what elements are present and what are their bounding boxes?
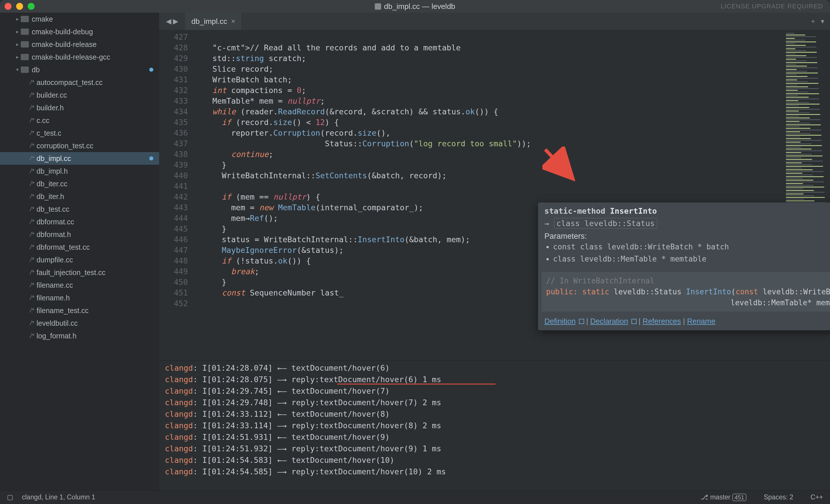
- file-filename.h[interactable]: /*filename.h: [0, 292, 159, 304]
- file-leveldbutil.cc[interactable]: /*leveldbutil.cc: [0, 317, 159, 330]
- status-outline-icon[interactable]: ▢: [7, 493, 13, 501]
- file-dbformat.h[interactable]: /*dbformat.h: [0, 228, 159, 241]
- file-db_iter.cc[interactable]: /*db_iter.cc: [0, 177, 159, 190]
- tab-menu-icon[interactable]: ▾: [821, 17, 824, 25]
- nav-back-icon[interactable]: ◀: [166, 17, 171, 25]
- minimap-line: [786, 192, 825, 193]
- line-number: 429: [159, 53, 188, 64]
- branch-count: 451: [732, 494, 746, 501]
- close-icon[interactable]: [5, 3, 11, 10]
- folder-cmake-build-release-gcc[interactable]: ▸cmake-build-release-gcc: [0, 51, 159, 63]
- file-label: dbformat.h: [37, 230, 71, 239]
- minimize-icon[interactable]: [16, 3, 23, 10]
- hover-signature: // In WriteBatchInternal public: static …: [542, 272, 830, 312]
- minimap-line: [786, 164, 812, 165]
- file-db_iter.h[interactable]: /*db_iter.h: [0, 190, 159, 203]
- minimap-line: [786, 126, 800, 127]
- folder-db[interactable]: ▾db: [0, 63, 159, 76]
- minimap-line: [786, 147, 801, 148]
- status-language[interactable]: C++: [811, 493, 823, 501]
- editor[interactable]: 4274284294304314324334344354364374384394…: [159, 30, 830, 360]
- external-link-icon: [579, 319, 584, 324]
- folder-icon: [21, 16, 29, 22]
- minimap-line: [786, 169, 813, 170]
- console-panel[interactable]: clangd: I[01:24:28.074] ←— textDocument/…: [159, 360, 830, 490]
- code-line[interactable]: std::string scratch;: [194, 53, 784, 64]
- file-db_test.cc[interactable]: /*db_test.cc: [0, 203, 159, 215]
- line-number: 434: [159, 106, 188, 117]
- file-icon: [375, 3, 381, 9]
- minimap-line: [786, 131, 800, 132]
- code-line[interactable]: continue;: [194, 149, 784, 160]
- nav-forward-icon[interactable]: ▶: [173, 17, 178, 25]
- minimap-line: [786, 142, 801, 142]
- license-warning[interactable]: LICENSE UPGRADE REQUIRED: [721, 3, 823, 10]
- file-corruption_test.cc[interactable]: /*corruption_test.cc: [0, 139, 159, 152]
- hover-param: class leveldb::MemTable * memtable: [553, 253, 830, 265]
- file-c_test.c[interactable]: /*c_test.c: [0, 127, 159, 139]
- file-fault_injection_test.cc[interactable]: /*fault_injection_test.cc: [0, 266, 159, 279]
- minimap-line: [786, 73, 818, 73]
- code-line[interactable]: if (record.size() < 12) {: [194, 117, 784, 128]
- close-tab-icon[interactable]: ×: [231, 17, 235, 25]
- minimap-line: [786, 133, 811, 134]
- line-number: 436: [159, 128, 188, 138]
- file-type-icon: /*: [30, 129, 34, 137]
- file-c.cc[interactable]: /*c.cc: [0, 114, 159, 127]
- hover-link-rename[interactable]: Rename: [687, 317, 715, 326]
- line-number: 450: [159, 277, 188, 288]
- code-line[interactable]: if (mem == nullptr) {: [194, 192, 784, 202]
- code-line[interactable]: while (reader.ReadRecord(&record, &scrat…: [194, 106, 784, 117]
- code-line[interactable]: "c-cmt">// Read all the records and add …: [194, 42, 784, 53]
- code-line[interactable]: int compactions = 0;: [194, 85, 784, 96]
- file-autocompact_test.cc[interactable]: /*autocompact_test.cc: [0, 76, 159, 89]
- sidebar[interactable]: ▸cmake▸cmake-build-debug▸cmake-build-rel…: [0, 13, 159, 490]
- file-filename.cc[interactable]: /*filename.cc: [0, 279, 159, 292]
- code-line[interactable]: reporter.Corruption(record.size(),: [194, 128, 784, 138]
- minimap-line: [786, 161, 823, 162]
- line-number: 437: [159, 138, 188, 149]
- file-db_impl.cc[interactable]: /*db_impl.cc: [0, 152, 159, 165]
- code-line[interactable]: Slice record;: [194, 64, 784, 74]
- hover-link-declaration[interactable]: Declaration: [590, 317, 628, 326]
- folder-cmake-build-debug[interactable]: ▸cmake-build-debug: [0, 25, 159, 38]
- line-number: 452: [159, 298, 188, 309]
- code-line[interactable]: WriteBatchInternal::SetContents(&batch, …: [194, 170, 784, 181]
- tab-db-impl[interactable]: db_impl.cc ×: [185, 13, 242, 30]
- file-dbformat_test.cc[interactable]: /*dbformat_test.cc: [0, 241, 159, 254]
- file-type-icon: /*: [30, 91, 34, 99]
- file-dumpfile.cc[interactable]: /*dumpfile.cc: [0, 254, 159, 266]
- minimap-line: [786, 104, 820, 105]
- file-filename_test.cc[interactable]: /*filename_test.cc: [0, 304, 159, 317]
- file-type-icon: /*: [30, 116, 34, 124]
- folder-cmake-build-release[interactable]: ▸cmake-build-release: [0, 38, 159, 51]
- code-line[interactable]: [194, 32, 784, 42]
- line-number: 438: [159, 149, 188, 160]
- code-line[interactable]: [194, 181, 784, 192]
- minimap-line: [786, 95, 798, 96]
- new-tab-icon[interactable]: +: [811, 17, 815, 25]
- hover-symbol-name: InsertInto: [610, 206, 657, 215]
- status-indent[interactable]: Spaces: 2: [764, 493, 793, 501]
- file-log_format.h[interactable]: /*log_format.h: [0, 330, 159, 342]
- code-line[interactable]: Status::Corruption("log record too small…: [194, 138, 784, 149]
- file-type-icon: /*: [30, 193, 34, 200]
- code-line[interactable]: WriteBatch batch;: [194, 74, 784, 85]
- file-builder.cc[interactable]: /*builder.cc: [0, 89, 159, 101]
- hover-link-references[interactable]: References: [643, 317, 681, 326]
- status-cursor[interactable]: clangd, Line 1, Column 1: [22, 493, 95, 501]
- minimap-line: [786, 62, 817, 63]
- file-db_impl.h[interactable]: /*db_impl.h: [0, 165, 159, 177]
- hover-link-definition[interactable]: Definition: [544, 317, 576, 326]
- minimap-line: [786, 185, 813, 186]
- file-dbformat.cc[interactable]: /*dbformat.cc: [0, 215, 159, 228]
- folder-cmake[interactable]: ▸cmake: [0, 13, 159, 25]
- file-builder.h[interactable]: /*builder.h: [0, 101, 159, 114]
- code-line[interactable]: }: [194, 160, 784, 170]
- status-branch[interactable]: ⎇ master 451: [701, 493, 746, 501]
- hover-param: const class leveldb::WriteBatch * batch: [553, 241, 830, 253]
- hover-return: → class leveldb::Status: [538, 217, 830, 230]
- code-line[interactable]: MemTable* mem = nullptr;: [194, 96, 784, 106]
- minimap-line: [786, 64, 796, 65]
- maximize-icon[interactable]: [28, 3, 35, 10]
